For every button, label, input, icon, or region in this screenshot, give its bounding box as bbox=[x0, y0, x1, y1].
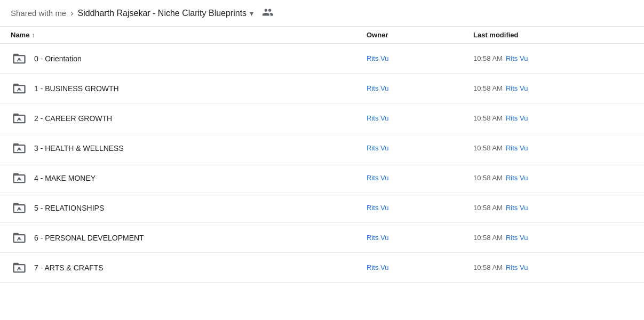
file-name: 4 - MAKE MONEY bbox=[34, 174, 96, 182]
svg-point-1 bbox=[18, 87, 21, 90]
file-name: 3 - HEALTH & WELLNESS bbox=[34, 144, 124, 153]
table-row[interactable]: 5 - RELATIONSHIPS Rits Vu 10:58 AM Rits … bbox=[0, 193, 644, 223]
modified-by[interactable]: Rits Vu bbox=[506, 114, 528, 122]
cell-modified: 10:58 AM Rits Vu bbox=[473, 234, 633, 242]
cell-name: 4 - MAKE MONEY bbox=[11, 170, 367, 187]
table-row[interactable]: 7 - ARTS & CRAFTS Rits Vu 10:58 AM Rits … bbox=[0, 253, 644, 283]
table-row[interactable]: 4 - MAKE MONEY Rits Vu 10:58 AM Rits Vu bbox=[0, 163, 644, 193]
cell-modified: 10:58 AM Rits Vu bbox=[473, 204, 633, 212]
breadcrumb-current: Siddharth Rajsekar - Niche Clarity Bluep… bbox=[78, 9, 254, 18]
cell-name: 1 - BUSINESS GROWTH bbox=[11, 80, 367, 97]
table-rows: 0 - Orientation Rits Vu 10:58 AM Rits Vu… bbox=[0, 44, 644, 283]
sort-ascending-icon: ↑ bbox=[31, 31, 35, 39]
modified-by[interactable]: Rits Vu bbox=[506, 84, 528, 92]
modified-time: 10:58 AM bbox=[473, 54, 503, 62]
file-table: Name ↑ Owner Last modified 0 - Orientati… bbox=[0, 27, 644, 283]
file-name: 7 - ARTS & CRAFTS bbox=[34, 263, 104, 272]
cell-owner[interactable]: Rits Vu bbox=[367, 84, 473, 92]
modified-time: 10:58 AM bbox=[473, 144, 503, 152]
breadcrumb-shared[interactable]: Shared with me bbox=[11, 9, 66, 18]
cell-name: 0 - Orientation bbox=[11, 50, 367, 67]
cell-modified: 10:58 AM Rits Vu bbox=[473, 54, 633, 62]
file-name: 6 - PERSONAL DEVELOPMENT bbox=[34, 234, 144, 242]
table-row[interactable]: 6 - PERSONAL DEVELOPMENT Rits Vu 10:58 A… bbox=[0, 223, 644, 253]
modified-by[interactable]: Rits Vu bbox=[506, 144, 528, 152]
cell-name: 2 - CAREER GROWTH bbox=[11, 110, 367, 127]
file-name: 0 - Orientation bbox=[34, 54, 82, 63]
cell-owner[interactable]: Rits Vu bbox=[367, 263, 473, 271]
modified-time: 10:58 AM bbox=[473, 234, 503, 242]
modified-time: 10:58 AM bbox=[473, 204, 503, 212]
shared-folder-icon bbox=[11, 199, 28, 217]
modified-time: 10:58 AM bbox=[473, 174, 503, 182]
modified-time: 10:58 AM bbox=[473, 114, 503, 122]
cell-modified: 10:58 AM Rits Vu bbox=[473, 263, 633, 271]
modified-by[interactable]: Rits Vu bbox=[506, 234, 528, 242]
shared-folder-icon bbox=[11, 170, 28, 187]
modified-by[interactable]: Rits Vu bbox=[506, 54, 528, 62]
dropdown-arrow-icon[interactable]: ▾ bbox=[250, 9, 253, 18]
cell-modified: 10:58 AM Rits Vu bbox=[473, 84, 633, 92]
breadcrumb-chevron-icon: › bbox=[70, 9, 73, 18]
shared-folder-icon bbox=[11, 259, 28, 276]
file-name: 5 - RELATIONSHIPS bbox=[34, 204, 104, 212]
header: Shared with me › Siddharth Rajsekar - Ni… bbox=[0, 0, 644, 27]
cell-owner[interactable]: Rits Vu bbox=[367, 204, 473, 212]
modified-by[interactable]: Rits Vu bbox=[506, 174, 528, 182]
cell-name: 3 - HEALTH & WELLNESS bbox=[11, 140, 367, 157]
column-owner: Owner bbox=[367, 31, 473, 39]
cell-name: 7 - ARTS & CRAFTS bbox=[11, 259, 367, 276]
cell-name: 6 - PERSONAL DEVELOPMENT bbox=[11, 229, 367, 246]
table-row[interactable]: 3 - HEALTH & WELLNESS Rits Vu 10:58 AM R… bbox=[0, 133, 644, 163]
modified-time: 10:58 AM bbox=[473, 263, 503, 271]
column-name[interactable]: Name ↑ bbox=[11, 31, 367, 39]
table-row[interactable]: 2 - CAREER GROWTH Rits Vu 10:58 AM Rits … bbox=[0, 103, 644, 133]
column-modified: Last modified bbox=[473, 31, 633, 39]
shared-folder-icon bbox=[11, 140, 28, 157]
svg-point-2 bbox=[18, 117, 21, 120]
file-name: 1 - BUSINESS GROWTH bbox=[34, 84, 119, 93]
shared-folder-icon bbox=[11, 110, 28, 127]
table-header: Name ↑ Owner Last modified bbox=[0, 27, 644, 44]
cell-modified: 10:58 AM Rits Vu bbox=[473, 114, 633, 122]
cell-modified: 10:58 AM Rits Vu bbox=[473, 144, 633, 152]
cell-name: 5 - RELATIONSHIPS bbox=[11, 199, 367, 217]
shared-folder-icon bbox=[11, 80, 28, 97]
shared-folder-icon bbox=[11, 229, 28, 246]
breadcrumb-title[interactable]: Siddharth Rajsekar - Niche Clarity Bluep… bbox=[78, 9, 247, 18]
cell-owner[interactable]: Rits Vu bbox=[367, 114, 473, 122]
modified-by[interactable]: Rits Vu bbox=[506, 204, 528, 212]
table-row[interactable]: 1 - BUSINESS GROWTH Rits Vu 10:58 AM Rit… bbox=[0, 74, 644, 103]
cell-owner[interactable]: Rits Vu bbox=[367, 174, 473, 182]
cell-owner[interactable]: Rits Vu bbox=[367, 54, 473, 62]
table-row[interactable]: 0 - Orientation Rits Vu 10:58 AM Rits Vu bbox=[0, 44, 644, 74]
modified-by[interactable]: Rits Vu bbox=[506, 263, 528, 271]
people-icon[interactable] bbox=[262, 6, 274, 20]
cell-owner[interactable]: Rits Vu bbox=[367, 234, 473, 242]
shared-folder-icon bbox=[11, 50, 28, 67]
cell-modified: 10:58 AM Rits Vu bbox=[473, 174, 633, 182]
file-name: 2 - CAREER GROWTH bbox=[34, 114, 112, 123]
cell-owner[interactable]: Rits Vu bbox=[367, 144, 473, 152]
modified-time: 10:58 AM bbox=[473, 84, 503, 92]
